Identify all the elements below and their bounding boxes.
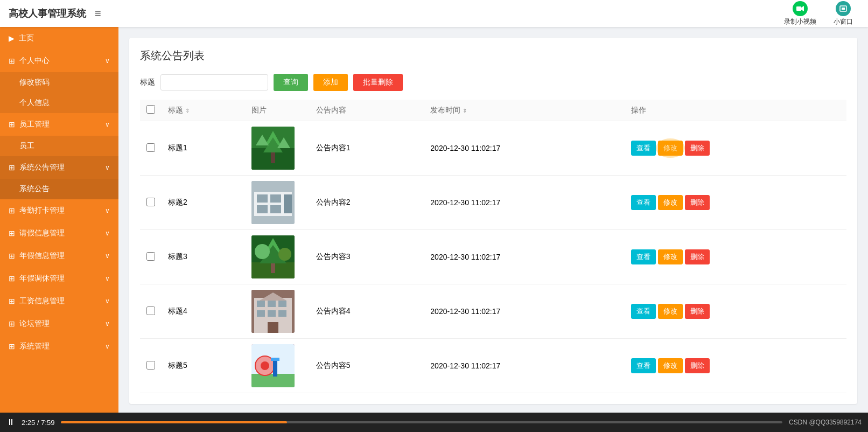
personal-center-icon: ⊞ [9,57,15,65]
sidebar-label-annual-leave: 年假信息管理 [19,251,101,261]
table-row: 标题5 公告内容5 2020-12-30 11:02:17 查看 修改 删除 [140,339,846,393]
row-checkbox-1[interactable] [146,143,155,152]
row-checkbox-4[interactable] [146,306,155,315]
pause-button[interactable]: ⏸ [6,417,15,427]
delete-button-1[interactable]: 删除 [685,141,710,156]
sidebar-label-system: 系统管理 [19,342,101,351]
cell-image [245,284,310,339]
sidebar-item-annual-adjust-mgmt[interactable]: ⊞ 年假调休管理 ∨ [0,267,118,290]
svg-rect-31 [268,310,276,317]
cell-checkbox [140,121,162,176]
edit-button-5[interactable]: 修改 [658,358,683,373]
sidebar-item-attendance-mgmt[interactable]: ⊞ 考勤打卡管理 ∨ [0,199,118,222]
edit-button-2[interactable]: 修改 [658,195,683,210]
svg-marker-1 [801,6,804,11]
cell-checkbox [140,176,162,230]
select-all-checkbox[interactable] [146,105,155,114]
svg-rect-32 [278,310,286,317]
sidebar-label-notice: 系统公告 [19,184,50,194]
view-button-3[interactable]: 查看 [631,249,656,264]
small-window-button[interactable]: 小窗口 [827,0,859,29]
delete-button-5[interactable]: 删除 [685,358,710,373]
table-head: 标题 ⇕ 图片 公告内容 发布时间 ⇕ 操作 [140,100,846,121]
cell-checkbox [140,230,162,284]
view-button-2[interactable]: 查看 [631,195,656,210]
cell-title: 标题4 [162,284,245,339]
sidebar-item-employee[interactable]: 员工 [0,136,118,156]
view-button-5[interactable]: 查看 [631,358,656,373]
row-checkbox-2[interactable] [146,198,155,206]
delete-button-2[interactable]: 删除 [685,195,710,210]
chevron-down-icon-6: ∨ [105,252,110,260]
sidebar-item-forum-mgmt[interactable]: ⊞ 论坛管理 ∨ [0,312,118,335]
cell-checkbox [140,339,162,393]
search-input[interactable] [160,74,268,90]
edit-button-3[interactable]: 修改 [658,249,683,264]
svg-rect-14 [270,194,281,203]
sidebar-item-personal-info[interactable]: 个人信息 [0,93,118,113]
notice-mgmt-icon: ⊞ [9,163,15,172]
add-button[interactable]: 添加 [313,74,348,91]
video-progress-fill [61,421,286,423]
employee-mgmt-icon: ⊞ [9,120,15,129]
action-btns-3: 查看 修改 删除 [631,249,840,264]
sidebar-item-annual-leave-mgmt[interactable]: ⊞ 年假信息管理 ∨ [0,245,118,267]
view-button-4[interactable]: 查看 [631,304,656,319]
video-progress[interactable] [61,421,782,423]
sidebar-label-attendance: 考勤打卡管理 [19,206,101,215]
cell-content: 公告内容4 [310,284,424,339]
svg-rect-15 [257,205,268,213]
sidebar-item-personal-center[interactable]: ⊞ 个人中心 ∨ [0,50,118,72]
chevron-down-icon-8: ∨ [105,297,110,305]
page-card: 系统公告列表 标题 查询 添加 批量删除 标题 ⇕ 图片 [129,38,857,404]
record-video-button[interactable]: 录制小视频 [778,0,823,29]
svg-rect-27 [257,301,265,307]
sidebar-label-employee: 员工 [19,141,34,151]
row-image-5 [251,344,295,387]
sidebar-item-notice[interactable]: 系统公告 [0,179,118,199]
svg-rect-29 [278,301,286,307]
sidebar-label-personal-info: 个人信息 [19,98,50,108]
th-publish-time: 发布时间 ⇕ [424,100,625,121]
sidebar-item-system-mgmt[interactable]: ⊞ 系统管理 ∨ [0,335,118,358]
cell-image [245,230,310,284]
th-image: 图片 [245,100,310,121]
watermark: CSDN @QQ3359892174 [789,419,862,426]
row-checkbox-5[interactable] [146,361,155,370]
home-icon: ▶ [9,34,15,43]
svg-rect-0 [796,6,801,11]
sidebar-item-home[interactable]: ▶ 主页 [0,27,118,50]
cell-title: 标题5 [162,339,245,393]
chevron-down-icon-3: ∨ [105,164,110,171]
sidebar-label-employee-mgmt: 员工管理 [19,120,101,129]
action-btns-2: 查看 修改 删除 [631,195,840,210]
table-row: 标题1 公告内容1 2020-12-30 11:02:17 查看 修改 删除 [140,121,846,176]
sidebar-item-salary-mgmt[interactable]: ⊞ 工资信息管理 ∨ [0,290,118,312]
edit-button-1[interactable]: 修改 [658,141,683,156]
sidebar-item-notice-mgmt[interactable]: ⊞ 系统公告管理 ∨ [0,156,118,179]
sidebar-item-leave-mgmt[interactable]: ⊞ 请假信息管理 ∨ [0,222,118,245]
th-actions: 操作 [625,100,846,121]
sidebar-item-employee-mgmt[interactable]: ⊞ 员工管理 ∨ [0,113,118,136]
batch-delete-button[interactable]: 批量删除 [353,74,403,91]
table-row: 标题4 公告内容4 2020-12-30 11:02:17 查看 修改 删除 [140,284,846,339]
delete-button-3[interactable]: 删除 [685,249,710,264]
sort-time-icon: ⇕ [463,108,467,114]
chevron-down-icon-10: ∨ [105,343,110,350]
svg-rect-3 [842,8,845,10]
sidebar-item-change-password[interactable]: 修改密码 [0,72,118,93]
svg-rect-13 [257,194,268,203]
annual-leave-icon: ⊞ [9,252,15,260]
cell-actions: 查看 修改 删除 [625,176,846,230]
cell-actions: 查看 修改 删除 [625,339,846,393]
edit-button-4[interactable]: 修改 [658,304,683,319]
delete-button-4[interactable]: 删除 [685,304,710,319]
cell-actions: 查看 修改 删除 [625,230,846,284]
video-time: 2:25 / 7:59 [22,419,54,427]
query-button[interactable]: 查询 [274,74,308,91]
view-button-1[interactable]: 查看 [631,141,656,156]
cell-content: 公告内容1 [310,121,424,176]
row-checkbox-3[interactable] [146,252,155,261]
action-btns-1: 查看 修改 删除 [631,141,840,156]
menu-toggle-icon[interactable]: ≡ [95,8,101,20]
